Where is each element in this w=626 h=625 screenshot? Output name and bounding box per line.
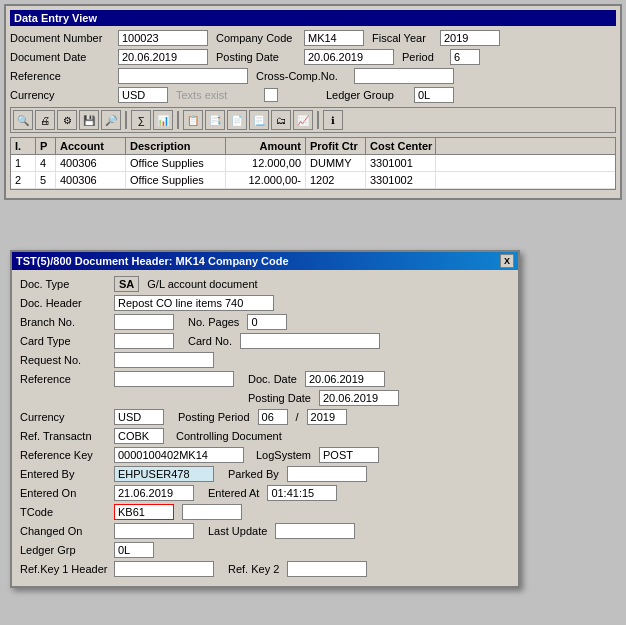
ref-label: Reference: [20, 373, 110, 385]
changed-on-row: Changed On Last Update: [20, 523, 510, 539]
toolbar-btn-print[interactable]: 🖨: [35, 110, 55, 130]
table-header-row: I. P Account Description Amount Profit C…: [11, 138, 615, 155]
parked-by-input[interactable]: [287, 466, 367, 482]
toolbar-btn-paste[interactable]: 📑: [205, 110, 225, 130]
dialog-close-button[interactable]: X: [500, 254, 514, 268]
document-date-input[interactable]: [118, 49, 208, 65]
toolbar-btn-chart[interactable]: 📊: [153, 110, 173, 130]
row2-p: 5: [36, 172, 56, 188]
reference-row: Reference Cross-Comp.No.: [10, 68, 616, 84]
tcode-label: TCode: [20, 506, 110, 518]
no-pages-input[interactable]: [247, 314, 287, 330]
entered-by-row: Entered By Parked By: [20, 466, 510, 482]
company-code-label: Company Code: [216, 32, 296, 44]
ledger-group-input[interactable]: [414, 87, 454, 103]
currency-input[interactable]: [118, 87, 168, 103]
col-header-account: Account: [56, 138, 126, 154]
toolbar-btn-find[interactable]: 🔍: [13, 110, 33, 130]
ref-transactn-label: Ref. Transactn: [20, 430, 110, 442]
toolbar-btn-info[interactable]: ℹ: [323, 110, 343, 130]
reference-input[interactable]: [118, 68, 248, 84]
company-code-input[interactable]: [304, 30, 364, 46]
ref-transactn-input[interactable]: [114, 428, 164, 444]
reference-label: Reference: [10, 70, 110, 82]
entered-by-label: Entered By: [20, 468, 110, 480]
entered-at-input[interactable]: [267, 485, 337, 501]
period-input[interactable]: [450, 49, 480, 65]
toolbar-btn-doc[interactable]: 📄: [227, 110, 247, 130]
entered-on-input[interactable]: [114, 485, 194, 501]
cross-comp-label: Cross-Comp.No.: [256, 70, 346, 82]
log-system-label: LogSystem: [256, 449, 311, 461]
toolbar-btn-sum[interactable]: ∑: [131, 110, 151, 130]
toolbar-btn-save[interactable]: 💾: [79, 110, 99, 130]
fiscal-year-input[interactable]: [440, 30, 500, 46]
log-system-input[interactable]: [319, 447, 379, 463]
posting-year-input[interactable]: [307, 409, 347, 425]
toolbar-btn-folder[interactable]: 🗂: [271, 110, 291, 130]
doc-date-input[interactable]: [305, 371, 385, 387]
document-number-input[interactable]: [118, 30, 208, 46]
col-header-amount: Amount: [226, 138, 306, 154]
currency-period-row: Currency Posting Period /: [20, 409, 510, 425]
currency-dinput[interactable]: [114, 409, 164, 425]
ledger-grp-input[interactable]: [114, 542, 154, 558]
entered-by-input[interactable]: [114, 466, 214, 482]
cross-comp-input[interactable]: [354, 68, 454, 84]
tcode-input[interactable]: [114, 504, 174, 520]
ref-key1-input[interactable]: [114, 561, 214, 577]
posting-period-label: Posting Period: [178, 411, 250, 423]
doc-header-row: Doc. Header: [20, 295, 510, 311]
card-no-input[interactable]: [240, 333, 380, 349]
main-window: Data Entry View Document Number Company …: [4, 4, 622, 200]
dialog-document-header: TST(5)/800 Document Header: MK14 Company…: [10, 250, 520, 588]
posting-date-dinput[interactable]: [319, 390, 399, 406]
ref-input[interactable]: [114, 371, 234, 387]
branch-input[interactable]: [114, 314, 174, 330]
posting-date-input[interactable]: [304, 49, 394, 65]
changed-on-input[interactable]: [114, 523, 194, 539]
ref-key-label: Reference Key: [20, 449, 110, 461]
col-header-profit: Profit Ctr: [306, 138, 366, 154]
doc-header-input[interactable]: [114, 295, 274, 311]
table-row[interactable]: 2 5 400306 Office Supplies 12.000,00- 12…: [11, 172, 615, 189]
texts-exist-checkbox[interactable]: [264, 88, 278, 102]
currency-row: Currency Texts exist Ledger Group: [10, 87, 616, 103]
toolbar-btn-copy[interactable]: 📋: [183, 110, 203, 130]
toolbar-btn-zoom[interactable]: 🔎: [101, 110, 121, 130]
period-label: Period: [402, 51, 442, 63]
ref-transactn-row: Ref. Transactn Controlling Document: [20, 428, 510, 444]
toolbar-btn-doc2[interactable]: 📃: [249, 110, 269, 130]
row2-account: 400306: [56, 172, 126, 188]
doc-type-value: G/L account document: [147, 278, 257, 290]
card-type-input[interactable]: [114, 333, 174, 349]
col-header-desc: Description: [126, 138, 226, 154]
card-type-label: Card Type: [20, 335, 110, 347]
row1-profit: DUMMY: [306, 155, 366, 171]
toolbar-btn-filter[interactable]: ⚙: [57, 110, 77, 130]
row2-cost: 3301002: [366, 172, 436, 188]
toolbar-btn-graph[interactable]: 📈: [293, 110, 313, 130]
ref-key2-input[interactable]: [287, 561, 367, 577]
main-window-title: Data Entry View: [10, 10, 616, 26]
no-pages-label: No. Pages: [188, 316, 239, 328]
ref-key-input[interactable]: [114, 447, 244, 463]
tcode-extra-input[interactable]: [182, 504, 242, 520]
row1-account: 400306: [56, 155, 126, 171]
row1-cost: 3301001: [366, 155, 436, 171]
doc-type-label: Doc. Type: [20, 278, 110, 290]
branch-label: Branch No.: [20, 316, 110, 328]
posting-date-row: Posting Date: [20, 390, 510, 406]
ref-key-row: Reference Key LogSystem: [20, 447, 510, 463]
row2-i: 2: [11, 172, 36, 188]
changed-on-label: Changed On: [20, 525, 110, 537]
table-row[interactable]: 1 4 400306 Office Supplies 12.000,00 DUM…: [11, 155, 615, 172]
ledger-group-label: Ledger Group: [326, 89, 406, 101]
document-date-row: Document Date Posting Date Period: [10, 49, 616, 65]
dialog-content: Doc. Type SA G/L account document Doc. H…: [12, 270, 518, 586]
posting-period-input[interactable]: [258, 409, 288, 425]
parked-by-label: Parked By: [228, 468, 279, 480]
col-header-p: P: [36, 138, 56, 154]
request-input[interactable]: [114, 352, 214, 368]
last-update-input[interactable]: [275, 523, 355, 539]
